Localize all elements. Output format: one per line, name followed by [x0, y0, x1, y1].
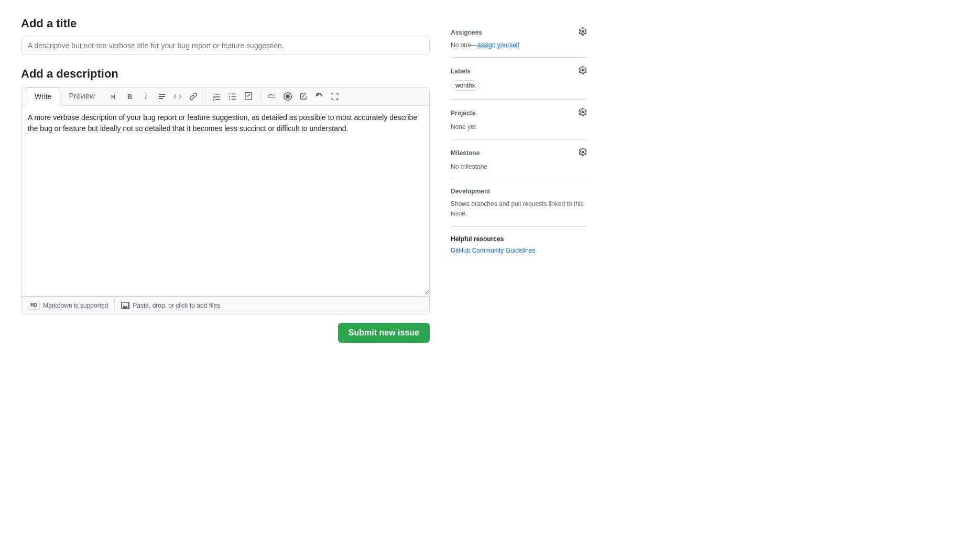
- projects-header: Projects: [451, 108, 587, 118]
- cross-ref-button[interactable]: [296, 90, 311, 103]
- svg-text:H: H: [111, 94, 115, 100]
- projects-title: Projects: [451, 110, 475, 117]
- labels-title: Labels: [451, 68, 471, 75]
- link-button[interactable]: [186, 90, 201, 103]
- sidebar: Assignees No one—assign yourself Labels: [451, 17, 587, 526]
- attach-area[interactable]: Paste, drop, or click to add files: [115, 297, 226, 314]
- toolbar-divider-2: [260, 91, 260, 102]
- assignees-gear-icon[interactable]: [579, 27, 587, 37]
- markdown-indicator: MD Markdown is supported: [21, 297, 114, 314]
- title-input[interactable]: [21, 37, 430, 55]
- projects-section: Projects None yet: [451, 100, 587, 139]
- undo-button[interactable]: [312, 90, 326, 103]
- svg-text:I: I: [144, 93, 147, 101]
- milestone-title: Milestone: [451, 149, 480, 157]
- image-icon: [121, 301, 129, 310]
- editor-footer: MD Markdown is supported Paste, drop, or…: [21, 296, 429, 314]
- submit-button[interactable]: Submit new issue: [338, 323, 430, 343]
- attach-button[interactable]: [265, 90, 279, 103]
- title-heading: Add a title: [21, 17, 430, 30]
- helpful-resources-title: Helpful resources: [451, 235, 587, 243]
- development-text: Shows branches and pull requests linked …: [451, 199, 587, 218]
- unordered-list-button[interactable]: [225, 90, 240, 103]
- editor-container: Write Preview H B I: [21, 87, 430, 314]
- milestone-header: Milestone: [451, 148, 587, 158]
- labels-section: Labels wontfix: [451, 58, 587, 100]
- labels-gear-icon[interactable]: [579, 66, 587, 76]
- ordered-list-button[interactable]: [210, 90, 224, 103]
- tab-write[interactable]: Write: [26, 88, 60, 106]
- code-button[interactable]: [170, 90, 185, 103]
- heading-button[interactable]: H: [107, 90, 122, 103]
- assignees-header: Assignees: [451, 27, 587, 37]
- title-section: Add a title: [21, 17, 430, 55]
- page-wrapper: Add a title Add a description Write Prev…: [0, 0, 980, 543]
- editor-toolbar: H B I: [103, 88, 425, 105]
- projects-gear-icon[interactable]: [579, 108, 587, 118]
- svg-rect-3: [159, 94, 165, 95]
- mention-button[interactable]: [280, 90, 295, 103]
- markdown-label: Markdown is supported: [43, 302, 108, 309]
- svg-text:B: B: [127, 93, 132, 101]
- main-content: Add a title Add a description Write Prev…: [21, 17, 430, 526]
- toolbar-divider-1: [205, 91, 205, 102]
- development-title: Development: [451, 188, 490, 195]
- labels-header: Labels: [451, 66, 587, 76]
- helpful-resources-section: Helpful resources GitHub Community Guide…: [451, 227, 587, 263]
- description-heading: Add a description: [21, 67, 430, 81]
- milestone-gear-icon[interactable]: [579, 148, 587, 158]
- milestone-value: No milestone: [451, 163, 487, 170]
- editor-tabs: Write Preview H B I: [21, 88, 429, 106]
- markdown-badge: MD: [28, 301, 40, 310]
- assignees-value: No one—assign yourself: [451, 41, 587, 49]
- bold-button[interactable]: B: [123, 90, 138, 103]
- svg-rect-4: [159, 96, 165, 97]
- description-textarea[interactable]: A more verbose description of your bug r…: [21, 106, 429, 295]
- quote-button[interactable]: [155, 90, 169, 103]
- description-section: Add a description Write Preview H B: [21, 67, 430, 314]
- fullscreen-button[interactable]: [328, 90, 342, 103]
- label-wontfix[interactable]: wontfix: [451, 80, 480, 91]
- development-section: Development Shows branches and pull requ…: [451, 179, 587, 227]
- italic-button[interactable]: I: [139, 90, 154, 103]
- milestone-section: Milestone No milestone: [451, 139, 587, 179]
- assignees-section: Assignees No one—assign yourself: [451, 19, 587, 58]
- svg-rect-5: [159, 98, 163, 99]
- attach-label: Paste, drop, or click to add files: [133, 302, 220, 309]
- development-header: Development: [451, 188, 587, 195]
- assign-yourself-link[interactable]: assign yourself: [477, 41, 519, 49]
- tab-preview[interactable]: Preview: [60, 88, 103, 105]
- assignees-title: Assignees: [451, 29, 482, 36]
- github-community-link[interactable]: GitHub Community Guidelines: [451, 247, 535, 254]
- submit-area: Submit new issue: [21, 323, 430, 343]
- projects-value: None yet: [451, 123, 476, 131]
- task-list-button[interactable]: [241, 90, 256, 103]
